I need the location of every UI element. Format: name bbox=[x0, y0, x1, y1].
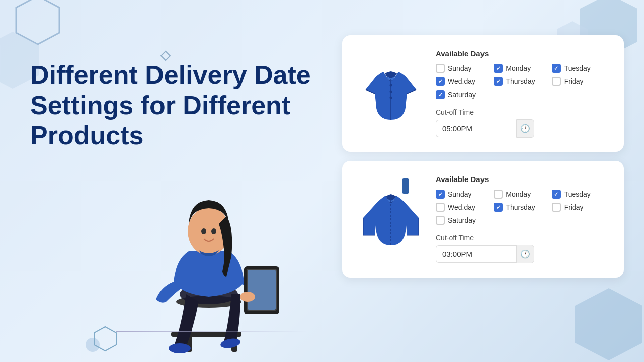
product-card-2: Available Days Sunday Monday Tuesday bbox=[342, 161, 624, 278]
cutoff-input-row-2: 🕐 bbox=[436, 245, 608, 263]
cutoff-input-1[interactable] bbox=[436, 120, 516, 137]
day-label-wednesday-1: Wed.day bbox=[448, 77, 475, 85]
checkbox-wednesday-2[interactable] bbox=[436, 203, 445, 212]
checkbox-wednesday-1[interactable] bbox=[436, 77, 445, 86]
svg-point-11 bbox=[180, 284, 238, 304]
connector-bar bbox=[403, 178, 409, 194]
day-item-sunday-2[interactable]: Sunday bbox=[436, 190, 492, 199]
day-item-monday-1[interactable]: Monday bbox=[494, 64, 549, 73]
svg-marker-5 bbox=[94, 327, 116, 351]
svg-marker-4 bbox=[161, 51, 170, 60]
day-item-saturday-1[interactable]: Saturday bbox=[436, 90, 492, 99]
cutoff-label-1: Cut-off Time bbox=[436, 108, 608, 116]
day-item-thursday-2[interactable]: Thursday bbox=[494, 203, 549, 212]
day-label-sunday-2: Sunday bbox=[448, 190, 471, 198]
day-item-sunday-1[interactable]: Sunday bbox=[436, 64, 492, 73]
checkbox-thursday-2[interactable] bbox=[494, 203, 503, 212]
day-item-monday-2[interactable]: Monday bbox=[494, 190, 549, 199]
checkbox-monday-2[interactable] bbox=[494, 190, 503, 199]
day-label-tuesday-1: Tuesday bbox=[564, 64, 591, 72]
days-grid-1: Sunday Monday Tuesday Wed.day bbox=[436, 64, 608, 99]
checkbox-sunday-1[interactable] bbox=[436, 64, 445, 73]
day-label-friday-2: Friday bbox=[564, 203, 584, 211]
product-image-2 bbox=[358, 175, 424, 255]
svg-point-10 bbox=[176, 296, 242, 308]
product-image-1 bbox=[358, 49, 424, 130]
day-item-wednesday-2[interactable]: Wed.day bbox=[436, 203, 492, 212]
right-section: Available Days Sunday Monday Tuesday bbox=[342, 35, 624, 287]
day-label-saturday-2: Saturday bbox=[448, 216, 476, 224]
checkbox-saturday-1[interactable] bbox=[436, 90, 445, 99]
checkbox-sunday-2[interactable] bbox=[436, 190, 445, 199]
svg-rect-18 bbox=[202, 241, 215, 255]
svg-point-24 bbox=[390, 90, 392, 93]
svg-point-21 bbox=[211, 228, 216, 234]
cutoff-section-2: Cut-off Time 🕐 bbox=[436, 234, 608, 263]
product-settings-2: Available Days Sunday Monday Tuesday bbox=[436, 175, 608, 263]
day-label-tuesday-2: Tuesday bbox=[564, 190, 591, 198]
svg-point-19 bbox=[188, 207, 230, 255]
left-section: Different Delivery Date Settings for Dif… bbox=[30, 60, 312, 160]
svg-marker-0 bbox=[16, 0, 59, 44]
clock-icon-1: 🕐 bbox=[520, 124, 530, 133]
svg-marker-6 bbox=[575, 288, 642, 360]
day-item-friday-2[interactable]: Friday bbox=[552, 203, 608, 212]
svg-point-13 bbox=[220, 337, 242, 350]
day-label-thursday-2: Thursday bbox=[506, 203, 535, 211]
clock-button-1[interactable]: 🕐 bbox=[516, 119, 534, 138]
cutoff-section-1: Cut-off Time 🕐 bbox=[436, 108, 608, 138]
clock-icon-2: 🕐 bbox=[520, 249, 530, 259]
available-days-label-2: Available Days bbox=[436, 175, 608, 184]
svg-point-17 bbox=[240, 292, 255, 302]
cutoff-label-2: Cut-off Time bbox=[436, 234, 608, 242]
day-label-monday-1: Monday bbox=[506, 64, 531, 72]
svg-rect-15 bbox=[247, 269, 277, 311]
product-settings-1: Available Days Sunday Monday Tuesday bbox=[436, 49, 608, 138]
day-label-monday-2: Monday bbox=[506, 190, 531, 198]
svg-rect-14 bbox=[244, 266, 279, 314]
day-label-saturday-1: Saturday bbox=[448, 90, 476, 99]
day-item-saturday-2[interactable]: Saturday bbox=[436, 216, 492, 225]
available-days-label-1: Available Days bbox=[436, 49, 608, 58]
day-item-wednesday-1[interactable]: Wed.day bbox=[436, 77, 492, 86]
page-title: Different Delivery Date Settings for Dif… bbox=[30, 60, 312, 150]
day-label-wednesday-2: Wed.day bbox=[448, 203, 475, 211]
cutoff-input-2[interactable] bbox=[436, 245, 516, 263]
svg-point-20 bbox=[201, 228, 206, 234]
svg-rect-16 bbox=[248, 270, 276, 310]
product-card-1: Available Days Sunday Monday Tuesday bbox=[342, 35, 624, 152]
svg-rect-7 bbox=[186, 302, 192, 352]
checkbox-monday-1[interactable] bbox=[494, 64, 503, 73]
person-illustration bbox=[116, 146, 307, 362]
svg-rect-9 bbox=[171, 332, 242, 337]
cutoff-input-row-1: 🕐 bbox=[436, 119, 608, 138]
svg-point-23 bbox=[390, 84, 392, 87]
day-label-thursday-1: Thursday bbox=[506, 77, 535, 85]
day-item-tuesday-1[interactable]: Tuesday bbox=[552, 64, 608, 73]
svg-rect-8 bbox=[231, 302, 237, 352]
day-item-tuesday-2[interactable]: Tuesday bbox=[552, 190, 608, 199]
checkbox-friday-1[interactable] bbox=[552, 77, 561, 86]
checkbox-tuesday-2[interactable] bbox=[552, 190, 561, 199]
checkbox-thursday-1[interactable] bbox=[494, 77, 503, 86]
days-grid-2: Sunday Monday Tuesday Wed.day bbox=[436, 190, 608, 225]
day-label-sunday-1: Sunday bbox=[448, 64, 471, 72]
checkbox-tuesday-1[interactable] bbox=[552, 64, 561, 73]
svg-point-25 bbox=[390, 97, 392, 99]
checkbox-saturday-2[interactable] bbox=[436, 216, 445, 225]
checkbox-friday-2[interactable] bbox=[552, 203, 561, 212]
svg-point-12 bbox=[169, 343, 191, 353]
day-item-thursday-1[interactable]: Thursday bbox=[494, 77, 549, 86]
day-item-friday-1[interactable]: Friday bbox=[552, 77, 608, 86]
clock-button-2[interactable]: 🕐 bbox=[516, 245, 534, 263]
day-label-friday-1: Friday bbox=[564, 77, 584, 85]
